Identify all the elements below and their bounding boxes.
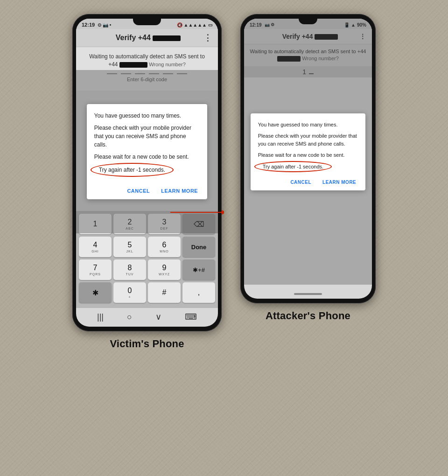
victim-status-icons: ⊙ 📷 • xyxy=(98,22,111,28)
attacker-home-bar xyxy=(294,293,322,295)
victim-verify-text: Waiting to automatically detect an SMS s… xyxy=(89,53,205,60)
victim-dialog-line2: Please check with your mobile provider t… xyxy=(94,124,200,149)
victim-key-star[interactable]: ✱ xyxy=(79,282,112,303)
attacker-dialog-overlay: You have guessed too many times. Please … xyxy=(244,19,372,285)
victim-phone-prefix: +44 xyxy=(108,61,118,68)
victim-status-left: 12:19 ⊙ 📷 • xyxy=(82,22,111,28)
victim-try-again-text: Try again after -1 seconds. xyxy=(99,167,165,173)
victim-label: Victim's Phone xyxy=(110,338,184,350)
victim-key-row-3: 7PQRS 8TUV 9WXYZ ✱+# xyxy=(79,259,215,280)
victim-key-8[interactable]: 8TUV xyxy=(113,259,146,280)
victim-mute-icon: 🔇 xyxy=(177,22,182,28)
attacker-phone-wrapper: 12:19 📷 ⚙ 📳 ▲ 90% Verify +44 xyxy=(240,14,376,322)
attacker-phone: 12:19 📷 ⚙ 📳 ▲ 90% Verify +44 xyxy=(240,14,376,303)
victim-battery-icon: ▭ xyxy=(208,22,212,28)
victim-learn-more-button[interactable]: LEARN MORE xyxy=(159,186,200,196)
victim-notch xyxy=(133,19,161,25)
attacker-dialog-line1: You have guessed too many times. xyxy=(258,121,358,129)
victim-header-menu[interactable]: ⋮ xyxy=(203,33,212,43)
attacker-dialog-line2: Please check with your mobile provider t… xyxy=(258,132,358,147)
attacker-cancel-button[interactable]: CANCEL xyxy=(288,178,313,187)
victim-key-6[interactable]: 6MNO xyxy=(148,237,181,257)
victim-dialog-box: You have guessed too many times. Please … xyxy=(87,104,207,199)
victim-phone-number-redacted xyxy=(119,62,147,68)
victim-dialog-overlay: You have guessed too many times. Please … xyxy=(76,70,218,233)
victim-wrong-number[interactable]: Wrong number? xyxy=(149,62,186,67)
victim-bottom-nav: ||| ○ ∨ ⌨ xyxy=(76,310,218,324)
victim-nav-recent[interactable]: ∨ xyxy=(155,312,161,322)
victim-app-header: Verify +44 ⋮ xyxy=(76,29,218,47)
victim-dialog-line3: Please wait for a new code to be sent. xyxy=(94,153,200,161)
phones-row: 12:19 ⊙ 📷 • 🔇 ▲▲▲▲▲ ▭ Verify +44 xyxy=(9,14,439,350)
victim-screen: 12:19 ⊙ 📷 • 🔇 ▲▲▲▲▲ ▭ Verify +44 xyxy=(76,19,218,327)
attacker-try-again-container: Try again after -1 seconds. xyxy=(258,163,328,170)
victim-phone: 12:19 ⊙ 📷 • 🔇 ▲▲▲▲▲ ▭ Verify +44 xyxy=(72,14,222,331)
victim-key-9[interactable]: 9WXYZ xyxy=(148,259,181,280)
victim-signal-icon: ▲▲▲▲▲ xyxy=(184,22,207,28)
victim-cancel-button[interactable]: CANCEL xyxy=(125,186,152,196)
victim-dialog-line1: You have guessed too many times. xyxy=(94,112,200,120)
victim-key-row-4: ✱ 0+ # , xyxy=(79,282,215,303)
victim-try-again-container: Try again after -1 seconds. xyxy=(94,165,170,175)
victim-key-7[interactable]: 7PQRS xyxy=(79,259,112,280)
victim-time: 12:19 xyxy=(82,22,95,28)
attacker-dialog-box: You have guessed too many times. Please … xyxy=(251,113,366,190)
svg-marker-1 xyxy=(222,210,224,215)
attacker-dialog-line3: Please wait for a new code to be sent. xyxy=(258,151,358,159)
victim-key-comma[interactable]: , xyxy=(182,282,215,303)
victim-key-4[interactable]: 4GHI xyxy=(79,237,112,257)
attacker-dialog-buttons: CANCEL LEARN MORE xyxy=(258,175,358,187)
victim-phone-wrapper: 12:19 ⊙ 📷 • 🔇 ▲▲▲▲▲ ▭ Verify +44 xyxy=(72,14,222,350)
victim-status-right: 🔇 ▲▲▲▲▲ ▭ xyxy=(177,22,213,28)
victim-key-row-2: 4GHI 5JKL 6MNO Done xyxy=(79,237,215,257)
victim-key-5[interactable]: 5JKL xyxy=(113,237,146,257)
victim-header-redacted xyxy=(153,35,181,41)
attacker-notch xyxy=(299,19,317,24)
victim-header-title: Verify +44 xyxy=(93,34,203,42)
victim-key-done[interactable]: Done xyxy=(182,237,215,257)
victim-dialog-buttons: CANCEL LEARN MORE xyxy=(94,183,200,196)
attacker-learn-more-button[interactable]: LEARN MORE xyxy=(321,178,358,187)
victim-key-0[interactable]: 0+ xyxy=(113,282,146,303)
victim-nav-keyboard[interactable]: ⌨ xyxy=(185,312,197,322)
victim-key-symbols[interactable]: ✱+# xyxy=(182,259,215,280)
attacker-label: Attacker's Phone xyxy=(266,310,350,322)
victim-nav-home[interactable]: ○ xyxy=(127,312,132,322)
victim-key-hash[interactable]: # xyxy=(148,282,181,303)
attacker-screen: 12:19 📷 ⚙ 📳 ▲ 90% Verify +44 xyxy=(244,19,372,299)
attacker-try-again-text: Try again after -1 seconds. xyxy=(263,164,323,169)
victim-nav-back[interactable]: ||| xyxy=(97,312,104,322)
